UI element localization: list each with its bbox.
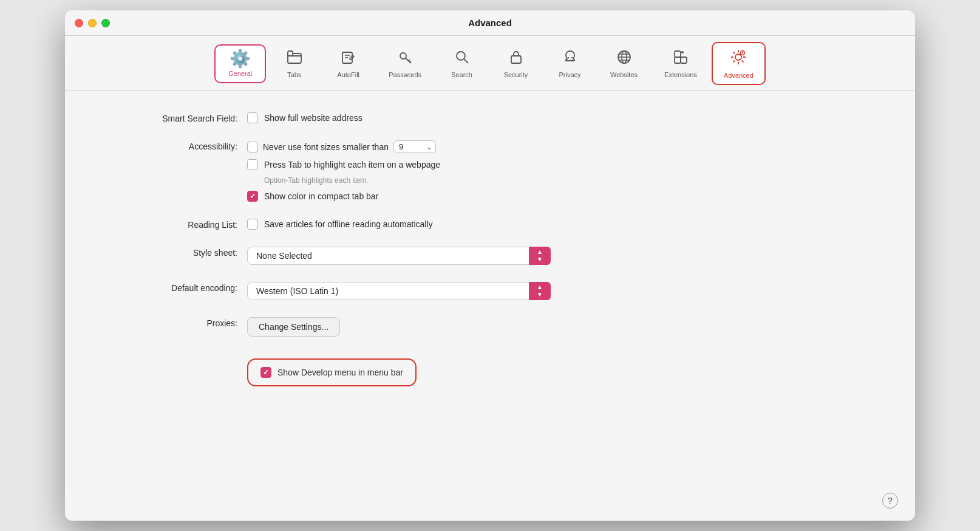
style-sheet-controls: None Selected ▲ ▼ bbox=[247, 247, 551, 265]
show-full-address-checkbox[interactable] bbox=[247, 112, 258, 123]
reading-list-row: Reading List: Save articles for offline … bbox=[101, 219, 879, 230]
smart-search-controls: Show full website address bbox=[247, 112, 362, 123]
search-icon bbox=[454, 49, 471, 69]
default-encoding-dropdown-wrapper: Western (ISO Latin 1) Unicode (UTF-8) ▲ … bbox=[247, 282, 551, 300]
encoding-stepper-down-icon: ▼ bbox=[537, 291, 543, 298]
passwords-icon bbox=[396, 49, 413, 69]
websites-icon bbox=[616, 49, 633, 69]
style-sheet-row: Style sheet: None Selected ▲ ▼ bbox=[101, 247, 879, 265]
show-full-address-row: Show full website address bbox=[247, 112, 362, 123]
toolbar: ⚙️ General Tabs AutoFi bbox=[65, 36, 915, 85]
tab-tabs-label: Tabs bbox=[287, 71, 301, 78]
default-encoding-controls: Western (ISO Latin 1) Unicode (UTF-8) ▲ … bbox=[247, 282, 551, 300]
press-tab-checkbox[interactable] bbox=[247, 159, 258, 170]
style-sheet-dropdown-wrapper: None Selected ▲ ▼ bbox=[247, 247, 551, 265]
svg-point-3 bbox=[400, 53, 406, 59]
svg-rect-1 bbox=[288, 51, 293, 56]
tab-websites[interactable]: Websites bbox=[598, 43, 650, 84]
maximize-button[interactable] bbox=[101, 19, 110, 27]
tab-passwords-label: Passwords bbox=[389, 71, 421, 78]
traffic-lights bbox=[75, 19, 110, 27]
default-encoding-label: Default encoding: bbox=[101, 282, 247, 293]
encoding-stepper-up-icon: ▲ bbox=[537, 284, 543, 291]
proxies-controls: Change Settings... bbox=[247, 317, 340, 337]
tab-autofill[interactable]: AutoFill bbox=[322, 43, 374, 84]
font-size-row: Never use font sizes smaller than 9 10 1… bbox=[247, 140, 440, 153]
show-develop-label: Show Develop menu in menu bar bbox=[277, 368, 403, 377]
font-size-select[interactable]: 9 10 11 12 14 bbox=[393, 140, 436, 153]
tab-security-label: Security bbox=[504, 71, 528, 78]
settings-content: Smart Search Field: Show full website ad… bbox=[65, 91, 915, 521]
smart-search-row: Smart Search Field: Show full website ad… bbox=[101, 112, 879, 123]
save-articles-checkbox[interactable] bbox=[247, 219, 258, 230]
svg-point-11 bbox=[735, 54, 741, 60]
show-color-checkbox[interactable] bbox=[247, 191, 258, 202]
font-size-select-wrapper: 9 10 11 12 14 bbox=[393, 140, 436, 153]
show-color-row: Show color in compact tab bar bbox=[247, 191, 440, 202]
title-bar: Advanced bbox=[65, 10, 915, 36]
press-tab-row: Press Tab to highlight each item on a we… bbox=[247, 159, 440, 170]
tab-privacy-label: Privacy bbox=[559, 71, 580, 78]
svg-rect-5 bbox=[511, 56, 521, 63]
default-encoding-select[interactable]: Western (ISO Latin 1) Unicode (UTF-8) bbox=[247, 282, 551, 300]
tab-general-label: General bbox=[228, 70, 252, 77]
close-button[interactable] bbox=[75, 19, 83, 27]
accessibility-controls: Never use font sizes smaller than 9 10 1… bbox=[247, 140, 440, 202]
privacy-icon bbox=[562, 49, 579, 69]
accessibility-label: Accessibility: bbox=[101, 140, 247, 151]
tab-passwords[interactable]: Passwords bbox=[376, 43, 434, 84]
save-articles-label: Save articles for offline reading automa… bbox=[264, 219, 433, 229]
general-icon: ⚙️ bbox=[230, 50, 251, 67]
tab-general[interactable]: ⚙️ General bbox=[214, 44, 266, 83]
show-full-address-label: Show full website address bbox=[264, 113, 362, 123]
default-encoding-row: Default encoding: Western (ISO Latin 1) … bbox=[101, 282, 879, 300]
main-window: Advanced ⚙️ General Tabs bbox=[65, 10, 915, 521]
never-use-font-checkbox[interactable] bbox=[247, 142, 258, 152]
tab-extensions[interactable]: Extensions bbox=[652, 43, 709, 84]
reading-list-label: Reading List: bbox=[101, 219, 247, 230]
develop-row-wrapper: Show Develop menu in menu bar bbox=[101, 354, 879, 386]
security-icon bbox=[508, 49, 525, 69]
svg-rect-9 bbox=[681, 57, 687, 63]
smart-search-label: Smart Search Field: bbox=[101, 112, 247, 123]
develop-spacer bbox=[101, 354, 247, 355]
tab-privacy[interactable]: Privacy bbox=[544, 43, 596, 84]
stepper-up-icon: ▲ bbox=[537, 248, 543, 256]
autofill-icon bbox=[340, 49, 357, 69]
window-title: Advanced bbox=[468, 18, 512, 28]
show-color-label: Show color in compact tab bar bbox=[264, 191, 378, 201]
tab-security[interactable]: Security bbox=[490, 43, 542, 84]
tab-websites-label: Websites bbox=[610, 71, 638, 78]
extensions-icon bbox=[672, 49, 689, 69]
svg-rect-8 bbox=[675, 57, 681, 63]
minimize-button[interactable] bbox=[88, 19, 97, 27]
default-encoding-stepper[interactable]: ▲ ▼ bbox=[529, 282, 551, 300]
proxies-row: Proxies: Change Settings... bbox=[101, 317, 879, 337]
tab-search-label: Search bbox=[451, 71, 472, 78]
option-tab-hint: Option-Tab highlights each item. bbox=[247, 176, 440, 185]
content-wrapper: Smart Search Field: Show full website ad… bbox=[65, 91, 915, 521]
tab-search[interactable]: Search bbox=[436, 43, 488, 84]
help-button[interactable]: ? bbox=[882, 493, 898, 509]
show-develop-checkbox[interactable] bbox=[260, 367, 271, 378]
develop-controls: Show Develop menu in menu bar bbox=[247, 354, 417, 386]
tab-advanced-label: Advanced bbox=[724, 72, 754, 79]
tab-advanced[interactable]: Advanced bbox=[712, 42, 766, 85]
reading-list-controls: Save articles for offline reading automa… bbox=[247, 219, 433, 230]
save-articles-row: Save articles for offline reading automa… bbox=[247, 219, 433, 230]
stepper-down-icon: ▼ bbox=[537, 256, 543, 263]
advanced-icon bbox=[729, 48, 747, 69]
tab-tabs[interactable]: Tabs bbox=[268, 43, 320, 84]
style-sheet-stepper[interactable]: ▲ ▼ bbox=[529, 247, 551, 265]
change-settings-button[interactable]: Change Settings... bbox=[247, 317, 340, 337]
tab-extensions-label: Extensions bbox=[664, 71, 697, 78]
proxies-label: Proxies: bbox=[101, 317, 247, 328]
svg-point-4 bbox=[457, 52, 465, 60]
press-tab-label: Press Tab to highlight each item on a we… bbox=[264, 160, 440, 170]
accessibility-row: Accessibility: Never use font sizes smal… bbox=[101, 140, 879, 202]
style-sheet-label: Style sheet: bbox=[101, 247, 247, 258]
style-sheet-select[interactable]: None Selected bbox=[247, 247, 551, 265]
svg-rect-10 bbox=[675, 51, 681, 57]
never-use-font-label: Never use font sizes smaller than bbox=[263, 142, 389, 152]
develop-row: Show Develop menu in menu bar bbox=[247, 358, 417, 386]
